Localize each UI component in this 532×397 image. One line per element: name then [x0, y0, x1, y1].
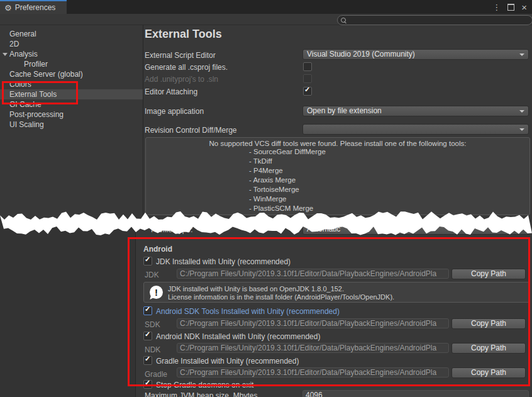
ndk-field-label: NDK [145, 345, 160, 354]
info-exclamation-icon: ! [150, 286, 163, 299]
jdk-installed-checkbox[interactable]: ✓ [143, 257, 152, 266]
profile-type-label: Profile Type: [151, 225, 192, 234]
sidebar-item-colors[interactable]: Colors [0, 79, 143, 89]
sdk-path-field: C:/Program Files/Unity/2019.3.10f1/Edito… [177, 318, 449, 328]
checkmark-icon: ✓ [145, 256, 150, 263]
window-menu-icon[interactable]: ⋮ [492, 3, 501, 11]
editor-attaching-checkbox[interactable]: ✓ [303, 87, 312, 96]
sidebar-item-cache-server[interactable]: Cache Server (global) [0, 69, 143, 79]
jdk-info-line: JDK installed with Unity is based on Ope… [168, 285, 344, 293]
add-unityproj-checkbox [303, 74, 312, 83]
ndk-installed-checkbox[interactable]: ✓ [143, 332, 152, 340]
search-input[interactable] [346, 16, 532, 24]
maximize-icon[interactable] [507, 4, 514, 11]
profile-type-dropdown[interactable]: Automatic [302, 224, 529, 235]
jdk-field-label: JDK [145, 271, 159, 279]
jdk-info-line: License information is in the install fo… [168, 293, 394, 301]
generate-csproj-label: Generate all .csproj files. [145, 63, 228, 72]
vcs-tool-item: - SourceGear DiffMerge [249, 147, 529, 157]
jdk-path-field: C:/Program Files/Unity/2019.3.10f1/Edito… [177, 269, 449, 279]
gradle-path-field: C:/Program Files/Unity/2019.3.10f1/Edito… [177, 367, 449, 377]
toolbar [0, 14, 532, 25]
sidebar-item-analysis[interactable]: Analysis [0, 49, 143, 59]
sdk-copy-path-button[interactable]: Copy Path [452, 318, 526, 329]
jvm-heap-label: Maximum JVM heap size, Mbytes [145, 391, 257, 397]
window-controls: ⋮ × [492, 0, 527, 14]
image-application-dropdown[interactable]: Open by file extension [302, 106, 529, 116]
sidebar-item-ui-scaling[interactable]: UI Scaling [0, 120, 143, 130]
sidebar-divider [143, 25, 143, 217]
search-box[interactable] [337, 15, 532, 25]
ndk-copy-path-button[interactable]: Copy Path [452, 343, 526, 354]
stop-gradle-daemons-label: Stop Gradle daemons on exit [156, 381, 253, 389]
revision-control-dropdown[interactable] [302, 124, 529, 135]
gradle-copy-path-button[interactable]: Copy Path [452, 367, 526, 378]
jdk-installed-label: JDK Installed with Unity (recommended) [156, 257, 291, 266]
gear-icon: ⚙ [4, 4, 12, 12]
sidebar-area-bottom [0, 220, 135, 397]
vcs-tool-item: - Araxis Merge [249, 176, 529, 185]
checkmark-icon: ✓ [145, 306, 150, 313]
sdk-installed-label: Android SDK Tools Installed with Unity (… [156, 307, 340, 316]
checkmark-icon: ✓ [145, 331, 150, 338]
foldout-arrow-icon[interactable] [3, 53, 8, 56]
vcs-tool-item: - TortoiseMerge [249, 185, 529, 194]
ndk-installed-label: Android NDK Installed with Unity (recomm… [156, 332, 320, 341]
sdk-field-label: SDK [145, 320, 160, 329]
jvm-heap-field[interactable]: 4096 [302, 390, 529, 397]
tab-preferences[interactable]: ⚙ Preferences [0, 0, 67, 14]
tab-title: Preferences [15, 3, 56, 12]
sidebar-item-general[interactable]: General [0, 29, 143, 39]
jdk-info-box: ! JDK installed with Unity is based on O… [143, 282, 530, 303]
sidebar-item-gi-cache[interactable]: GI Cache [0, 99, 143, 109]
jdk-copy-path-button[interactable]: Copy Path [452, 269, 526, 279]
checkmark-icon: ✓ [145, 379, 150, 386]
android-section-heading: Android [143, 245, 172, 254]
checkmark-icon: ✓ [304, 86, 310, 93]
editor-attaching-label: Editor Attaching [145, 87, 197, 96]
revision-control-label: Revision Control Diff/Merge [145, 126, 237, 135]
vcs-tool-item: - P4Merge [249, 166, 529, 176]
page-title: External Tools [145, 28, 222, 41]
titlebar: ⚙ Preferences ⋮ × [0, 0, 532, 14]
gradle-installed-checkbox[interactable]: ✓ [143, 356, 152, 365]
stop-gradle-daemons-checkbox[interactable]: ✓ [143, 380, 152, 389]
generate-csproj-checkbox[interactable] [303, 62, 312, 71]
external-script-editor-label: External Script Editor [145, 51, 216, 60]
sdk-installed-checkbox[interactable]: ✓ [143, 306, 152, 315]
search-icon [341, 18, 346, 23]
gradle-field-label: Gradle [145, 370, 167, 379]
close-icon[interactable]: × [521, 3, 527, 12]
vcs-notice-intro: No supported VCS diff tools were found. … [146, 140, 529, 147]
external-script-editor-dropdown[interactable]: Visual Studio 2019 (Community) [302, 49, 529, 60]
image-application-label: Image application [145, 107, 204, 116]
gradle-installed-label: Gradle Installed with Unity (recommended… [156, 357, 299, 366]
preferences-window: ⚙ Preferences ⋮ × General 2D Analysis Pr… [0, 0, 532, 397]
sidebar-item-profiler[interactable]: Profiler [0, 59, 143, 69]
vcs-tool-item: - TkDiff [249, 157, 529, 166]
sidebar-item-external-tools[interactable]: External Tools [0, 89, 143, 99]
ndk-path-field: C:/Program Files/Unity/2019.3.10f1/Edito… [177, 343, 449, 353]
sidebar-item-2d[interactable]: 2D [0, 39, 143, 49]
sidebar-item-post-processing[interactable]: Post-processing [0, 109, 143, 120]
checkmark-icon: ✓ [145, 355, 150, 362]
sidebar-divider-bottom [135, 220, 136, 397]
vcs-tool-item: - WinMerge [249, 194, 529, 204]
vcs-notice-box: No supported VCS diff tools were found. … [145, 137, 530, 215]
vcs-tool-item: - PlasticSCM Merge [249, 204, 529, 213]
add-unityproj-label: Add .unityproj's to .sln [145, 75, 218, 84]
